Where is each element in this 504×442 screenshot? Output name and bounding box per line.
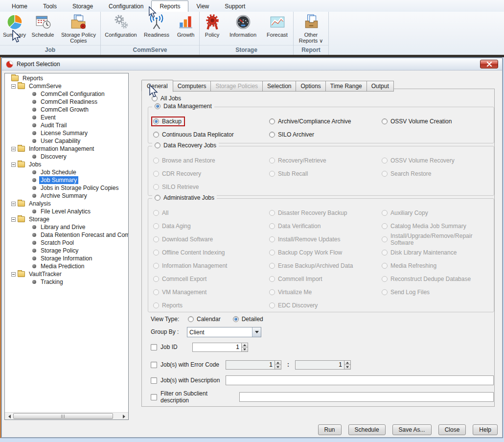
tree-item[interactable]: Discovery — [5, 153, 128, 161]
ribbon-tab[interactable]: Reports — [151, 0, 188, 12]
tree-expander-icon[interactable] — [11, 163, 16, 167]
tree-expander-icon[interactable] — [11, 217, 16, 222]
radio-icon[interactable] — [153, 132, 159, 138]
ribbon-item-readiness[interactable]: Readiness — [142, 13, 171, 38]
combo-dropdown-button[interactable] — [252, 327, 261, 337]
spin-down-button[interactable] — [275, 365, 281, 370]
spin-down-button[interactable] — [344, 365, 351, 370]
scroll-left-button[interactable] — [6, 413, 13, 419]
view-type-radio[interactable]: Calendar — [187, 315, 223, 324]
tree-item[interactable]: CommServe — [5, 82, 128, 90]
option-radio[interactable]: OSSV Volume Creation — [381, 117, 490, 126]
dialog-button[interactable]: Save As... — [392, 424, 432, 435]
ribbon-item-configuration[interactable]: Configuration — [103, 13, 139, 38]
radio-icon[interactable] — [382, 118, 388, 124]
spin-up-button[interactable] — [275, 360, 281, 365]
option-radio[interactable]: Backup — [152, 117, 268, 126]
tree-item[interactable]: Storage — [5, 215, 128, 223]
ribbon-tab[interactable]: Storage — [65, 1, 101, 12]
tree-item[interactable]: Storage Policy — [5, 247, 128, 255]
data-management-legend-radio[interactable]: Data Management — [152, 103, 214, 110]
tree-item[interactable]: Analysis — [5, 200, 128, 208]
option-radio[interactable]: Continuous Data Replicator — [152, 130, 268, 139]
tree-item[interactable]: CommCell Configuration — [5, 90, 128, 98]
radio-icon[interactable] — [155, 195, 160, 201]
radio-icon[interactable] — [269, 118, 275, 124]
tree-item[interactable]: Storage Information — [5, 255, 128, 262]
tree-item[interactable]: Event — [5, 114, 128, 121]
subclient-filter-checkbox[interactable] — [151, 394, 157, 400]
tree-item[interactable]: Information Management — [5, 145, 128, 153]
ribbon-item-other-reports[interactable]: Other Reports ∨ — [296, 13, 326, 44]
spin-down-button[interactable] — [242, 348, 248, 352]
tree-item[interactable]: Tracking — [5, 278, 128, 286]
ribbon-tab[interactable]: View — [188, 1, 217, 12]
data-recovery-legend-radio[interactable]: Data Recovery Jobs — [152, 142, 219, 149]
view-type-radio[interactable]: Detailed — [232, 315, 266, 324]
description-checkbox[interactable] — [151, 377, 157, 384]
tree-item[interactable]: Archive Summary — [5, 192, 128, 200]
tree-item[interactable]: Jobs — [5, 161, 128, 168]
tree-item[interactable]: File Level Analytics — [5, 208, 128, 215]
job-id-checkbox[interactable] — [151, 344, 157, 350]
radio-icon[interactable] — [188, 316, 194, 322]
ribbon-item-information[interactable]: Information — [226, 13, 261, 38]
scroll-right-button[interactable] — [120, 413, 127, 419]
dialog-tab[interactable]: Computers — [173, 81, 211, 92]
ribbon-item-policy[interactable]: Policy — [202, 13, 223, 38]
tree-item[interactable]: Library and Drive — [5, 223, 128, 231]
radio-icon[interactable] — [155, 142, 160, 148]
ribbon-item-forecast[interactable]: Forecast — [264, 13, 291, 38]
close-button[interactable] — [480, 60, 498, 69]
ribbon-item-summary[interactable]: Summary — [2, 13, 27, 38]
tree-expander-icon[interactable] — [11, 272, 16, 277]
dialog-tab[interactable]: General — [141, 80, 173, 92]
tree-item[interactable]: CommCell Growth — [5, 106, 128, 114]
radio-icon[interactable] — [152, 95, 158, 101]
spin-up-button[interactable] — [242, 343, 248, 348]
option-radio[interactable]: Archive/Compliance Archive — [268, 117, 381, 126]
group-by-select[interactable]: Client — [187, 327, 261, 337]
tree-item[interactable]: License Summary — [5, 129, 128, 137]
error-code-checkbox[interactable] — [151, 362, 157, 368]
tree-expander-icon[interactable] — [11, 147, 16, 151]
tree-item[interactable]: VaultTracker — [5, 270, 128, 278]
tree-item[interactable]: Reports — [5, 74, 128, 82]
ribbon-item-schedule[interactable]: Schedule — [30, 13, 56, 38]
radio-icon[interactable] — [269, 132, 275, 138]
dialog-tab[interactable]: Time Range — [326, 81, 367, 92]
dialog-button[interactable]: Run — [318, 424, 342, 435]
ribbon-tab[interactable]: Home — [4, 1, 35, 12]
option-radio[interactable]: SILO Archiver — [268, 130, 381, 139]
dialog-button[interactable]: Close — [438, 424, 466, 435]
tree-item[interactable]: Data Retention Forecast and Compliance — [5, 231, 128, 239]
description-input[interactable] — [226, 375, 494, 385]
error-code-to-input[interactable] — [295, 360, 344, 370]
radio-icon[interactable] — [153, 118, 159, 124]
radio-icon[interactable] — [155, 103, 160, 109]
ribbon-tab[interactable]: Tools — [35, 1, 65, 12]
administrative-legend-radio[interactable]: Administrative Jobs — [152, 194, 217, 201]
dialog-button[interactable]: Help — [473, 424, 498, 435]
tree-item[interactable]: CommCell Readiness — [5, 98, 128, 106]
error-code-from-input[interactable] — [226, 360, 275, 370]
ribbon-item-storage-policy-copies[interactable]: Storage Policy Copies — [59, 13, 98, 44]
dialog-tab[interactable]: Output — [367, 81, 394, 92]
radio-icon[interactable] — [233, 316, 239, 322]
subclient-filter-input[interactable] — [239, 392, 494, 402]
ribbon-item-growth[interactable]: Growth — [174, 13, 197, 38]
spin-up-button[interactable] — [344, 360, 351, 365]
tree-item[interactable]: Audit Trail — [5, 121, 128, 129]
dialog-tab[interactable]: Selection — [263, 81, 296, 92]
tree-item[interactable]: Media Prediction — [5, 262, 128, 270]
tree-item[interactable]: Job Summary — [5, 176, 128, 184]
dialog-tab[interactable]: Options — [296, 81, 325, 92]
ribbon-tab[interactable]: Configuration — [101, 1, 151, 12]
ribbon-tab[interactable]: Support — [217, 1, 253, 12]
dialog-button[interactable]: Schedule — [348, 424, 386, 435]
all-jobs-radio[interactable]: All Jobs — [151, 94, 183, 103]
scrollbar-thumb[interactable] — [13, 413, 113, 419]
tree-horizontal-scrollbar[interactable] — [5, 412, 128, 419]
tree-item[interactable]: Job Schedule — [5, 168, 128, 176]
job-id-input[interactable] — [192, 343, 242, 352]
